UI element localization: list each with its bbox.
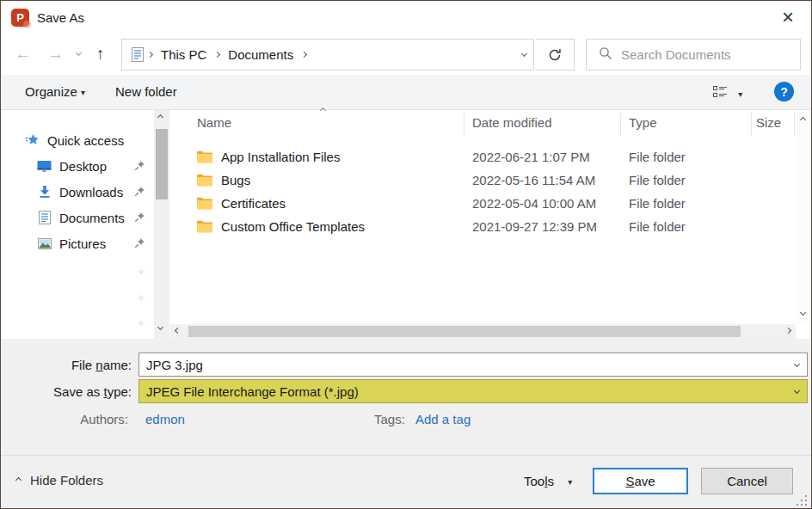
horizontal-scrollbar-thumb[interactable] [188,326,741,337]
tools-button[interactable]: Tools ▾ [524,474,572,488]
sidebar-item-pictures[interactable]: Pictures [1,232,154,254]
authors-label: Authors: [80,412,128,426]
search-box[interactable] [586,39,801,71]
details-view-icon [713,86,728,98]
file-name: App Installation Files [221,150,340,164]
scroll-up-icon[interactable] [157,114,163,120]
column-header-size[interactable]: Size [756,115,781,130]
breadcrumb-separator-icon [301,52,307,58]
pin-icon [134,267,145,281]
save-fields-area: File name: JPG 3.jpg Save as type: JPEG … [1,339,811,455]
sidebar-scrollbar[interactable] [154,110,169,339]
breadcrumb-documents[interactable]: Documents [223,47,298,62]
hide-folders-button[interactable]: Hide Folders [16,473,103,488]
navigation-pane: Quick access Desktop Downloads [1,110,154,339]
pin-icon [134,236,145,251]
sidebar-item-desktop[interactable]: Desktop [1,155,154,177]
scroll-left-icon[interactable] [175,328,181,334]
address-dropdown-icon[interactable] [521,51,527,57]
pin-icon [134,159,145,174]
sidebar-item-label: Desktop [59,159,107,174]
pin-icon [134,185,145,199]
sidebar-scrollbar-thumb[interactable] [156,129,168,199]
file-name-value: JPG 3.jpg [146,358,203,372]
sidebar-item-downloads[interactable]: Downloads [1,181,154,203]
quick-access-star-icon [25,133,40,147]
scroll-up-icon[interactable] [800,117,806,123]
view-options-button[interactable]: ▾ [713,86,742,101]
sidebar-item-quick-access[interactable]: Quick access [1,129,154,151]
sidebar-item-label: Documents [59,211,125,225]
folder-icon [197,197,212,212]
scroll-down-icon[interactable] [157,324,163,330]
file-name-input[interactable]: JPG 3.jpg [138,353,808,377]
chevron-down-icon[interactable]: ▾ [738,89,742,99]
save-button[interactable]: Save [593,468,688,494]
table-row[interactable]: Certificates 2022-05-04 10:00 AM File fo… [169,192,812,215]
command-toolbar: Organize ▾ New folder ▾ ? [1,75,811,110]
save-as-dialog: P Save As × ← → ↑ This PC Documents [0,0,812,509]
file-type: File folder [629,219,686,234]
up-icon[interactable]: ↑ [96,45,105,64]
chevron-up-icon [15,477,22,483]
organize-button[interactable]: Organize ▾ [25,84,85,99]
chevron-down-icon[interactable] [794,388,800,394]
table-row[interactable]: Custom Office Templates 2021-09-27 12:39… [169,215,812,238]
save-as-type-select[interactable]: JPEG File Interchange Format (*.jpg) [138,379,808,403]
back-icon[interactable]: ← [15,45,31,64]
breadcrumb-separator-icon [147,52,153,58]
folder-icon [197,220,212,236]
chevron-down-icon[interactable] [794,361,800,367]
new-folder-label: New folder [115,84,177,99]
forward-icon[interactable]: → [47,45,64,64]
tags-label: Tags: [374,412,405,426]
file-list-scrollbar[interactable] [797,113,811,323]
breadcrumb-separator-icon [214,52,220,58]
sidebar-item-label: Quick access [47,133,124,148]
folder-icon [197,174,212,189]
organize-label: Organize [25,84,77,99]
navigation-bar: ← → ↑ This PC Documents [1,35,811,75]
new-folder-button[interactable]: New folder [115,84,177,99]
refresh-icon [547,47,563,63]
help-button[interactable]: ? [774,82,794,101]
add-tag-link[interactable]: Add a tag [415,412,471,426]
file-date: 2021-09-27 12:39 PM [472,219,597,234]
resize-grip[interactable] [794,493,808,506]
document-icon [130,47,145,62]
search-input[interactable] [621,47,780,62]
pin-icon [134,292,145,307]
refresh-button[interactable] [536,39,575,71]
authors-value[interactable]: edmon [145,412,185,426]
breadcrumb-this-pc[interactable]: This PC [156,47,212,62]
file-type: File folder [629,196,686,211]
window-title: Save As [37,10,84,25]
table-row[interactable]: Bugs 2022-05-16 11:54 AM File folder [169,169,812,192]
chevron-down-icon: ▾ [568,477,572,487]
file-name: Custom Office Templates [221,219,365,234]
column-header-date-modified[interactable]: Date modified [472,115,552,130]
pin-icon [134,318,145,333]
pin-icon [134,211,145,225]
horizontal-scrollbar[interactable] [170,324,796,339]
save-as-type-value: JPEG File Interchange Format (*.jpg) [146,384,359,399]
cancel-button[interactable]: Cancel [701,468,793,494]
hide-folders-label: Hide Folders [30,473,103,488]
address-bar[interactable]: This PC Documents [121,39,534,71]
file-list: Name Date modified Type Size App Install… [169,110,812,339]
document-icon [37,211,52,224]
footer-bar: Hide Folders Tools ▾ Save Cancel [1,455,811,509]
desktop-icon [37,160,52,173]
file-name: Bugs [221,173,250,187]
recent-locations-icon[interactable] [76,50,82,56]
column-header-type[interactable]: Type [629,115,657,130]
table-row[interactable]: App Installation Files 2022-06-21 1:07 P… [169,145,812,169]
pictures-icon [37,238,52,249]
scroll-right-icon[interactable] [785,328,791,334]
column-header-name[interactable]: Name [197,115,231,130]
file-type: File folder [629,150,686,164]
close-icon[interactable]: × [773,4,803,30]
scroll-down-icon[interactable] [800,310,806,316]
file-name-label: File name: [70,358,132,372]
sidebar-item-documents[interactable]: Documents [1,206,154,229]
